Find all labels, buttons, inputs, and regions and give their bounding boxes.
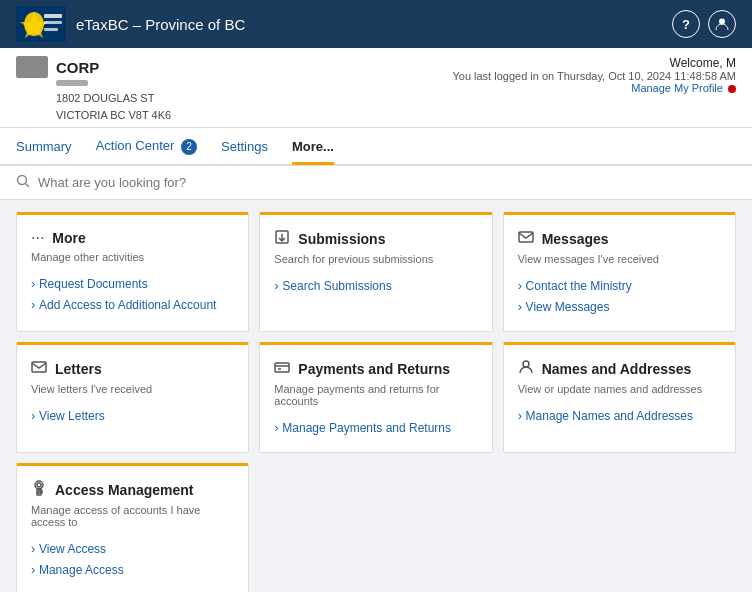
link-search-submissions[interactable]: Search Submissions [274, 275, 477, 296]
tab-more[interactable]: More... [292, 129, 334, 165]
card-names: Names and Addresses View or update names… [503, 342, 736, 453]
manage-profile-line: Manage My Profile [452, 82, 736, 94]
corp-bar: CORP 1802 DOUGLAS ST VICTORIA BC V8T 4K6… [0, 48, 752, 128]
card-access-title: Access Management [55, 482, 194, 498]
card-access-management: Access Management Manage access of accou… [16, 463, 249, 592]
link-view-access[interactable]: View Access [31, 538, 234, 559]
bottom-row: Access Management Manage access of accou… [16, 463, 736, 592]
search-icon [16, 174, 30, 191]
card-submissions-header: Submissions [274, 229, 477, 249]
card-messages-header: Messages [518, 229, 721, 249]
link-view-messages[interactable]: View Messages [518, 296, 721, 317]
card-submissions-desc: Search for previous submissions [274, 253, 477, 265]
card-access-desc: Manage access of accounts I have access … [31, 504, 234, 528]
tab-summary[interactable]: Summary [16, 129, 72, 165]
payments-icon [274, 359, 290, 379]
svg-rect-11 [519, 232, 533, 242]
profile-alert-dot [728, 85, 736, 93]
corp-info: CORP 1802 DOUGLAS ST VICTORIA BC V8T 4K6 [16, 56, 171, 123]
card-payments: Payments and Returns Manage payments and… [259, 342, 492, 453]
card-names-desc: View or update names and addresses [518, 383, 721, 395]
card-messages-desc: View messages I've received [518, 253, 721, 265]
action-center-badge: 2 [181, 139, 197, 155]
link-view-letters[interactable]: View Letters [31, 405, 234, 426]
main-content: ··· More Manage other activities Request… [0, 200, 752, 592]
link-add-access[interactable]: Add Access to Additional Account [31, 294, 234, 315]
card-more-desc: Manage other activities [31, 251, 234, 263]
card-access-header: Access Management [31, 480, 234, 500]
search-input[interactable] [38, 175, 338, 190]
corp-icon [16, 56, 48, 78]
manage-profile-link[interactable]: Manage My Profile [631, 82, 723, 94]
submissions-icon [274, 229, 290, 249]
svg-rect-4 [44, 21, 62, 24]
header-icons: ? [672, 10, 736, 38]
link-manage-payments[interactable]: Manage Payments and Returns [274, 417, 477, 438]
tab-action-center[interactable]: Action Center 2 [96, 128, 197, 166]
card-letters-desc: View letters I've received [31, 383, 234, 395]
welcome-text: Welcome, M [452, 56, 736, 70]
card-names-title: Names and Addresses [542, 361, 692, 377]
corp-sub-badge [56, 80, 88, 86]
svg-rect-18 [37, 489, 41, 495]
card-payments-title: Payments and Returns [298, 361, 450, 377]
svg-rect-5 [44, 28, 58, 31]
user-button[interactable] [708, 10, 736, 38]
corp-right: Welcome, M You last logged in on Thursda… [452, 56, 736, 94]
bc-logo [16, 6, 66, 42]
svg-rect-3 [44, 14, 62, 18]
card-letters-header: Letters [31, 359, 234, 379]
access-icon [31, 480, 47, 500]
card-more-title: More [52, 230, 85, 246]
card-more: ··· More Manage other activities Request… [16, 212, 249, 332]
card-submissions-title: Submissions [298, 231, 385, 247]
help-button[interactable]: ? [672, 10, 700, 38]
header-left: eTaxBC – Province of BC [16, 6, 245, 42]
search-bar [0, 166, 752, 200]
card-payments-desc: Manage payments and returns for accounts [274, 383, 477, 407]
names-icon [518, 359, 534, 379]
tab-settings[interactable]: Settings [221, 129, 268, 165]
card-payments-header: Payments and Returns [274, 359, 477, 379]
card-submissions: Submissions Search for previous submissi… [259, 212, 492, 332]
svg-rect-13 [275, 363, 289, 372]
app-header: eTaxBC – Province of BC ? [0, 0, 752, 48]
corp-name: CORP [56, 59, 99, 76]
card-more-header: ··· More [31, 229, 234, 247]
link-contact-ministry[interactable]: Contact the Ministry [518, 275, 721, 296]
card-letters-title: Letters [55, 361, 102, 377]
header-title: eTaxBC – Province of BC [76, 16, 245, 33]
card-names-header: Names and Addresses [518, 359, 721, 379]
card-messages-title: Messages [542, 231, 609, 247]
link-manage-access[interactable]: Manage Access [31, 559, 234, 580]
corp-address: 1802 DOUGLAS ST VICTORIA BC V8T 4K6 [16, 90, 171, 123]
letters-icon [31, 359, 47, 379]
card-messages: Messages View messages I've received Con… [503, 212, 736, 332]
link-request-documents[interactable]: Request Documents [31, 273, 234, 294]
svg-point-16 [523, 361, 529, 367]
card-letters: Letters View letters I've received View … [16, 342, 249, 453]
svg-rect-12 [32, 362, 46, 372]
nav-tabs: Summary Action Center 2 Settings More... [0, 128, 752, 166]
svg-line-8 [26, 183, 30, 187]
messages-icon [518, 229, 534, 249]
link-manage-names[interactable]: Manage Names and Addresses [518, 405, 721, 426]
corp-badge: CORP [16, 56, 171, 78]
svg-point-7 [18, 175, 27, 184]
cards-grid: ··· More Manage other activities Request… [16, 212, 736, 453]
more-icon: ··· [31, 229, 44, 247]
svg-point-17 [37, 483, 41, 487]
last-login-text: You last logged in on Thursday, Oct 10, … [452, 70, 736, 82]
